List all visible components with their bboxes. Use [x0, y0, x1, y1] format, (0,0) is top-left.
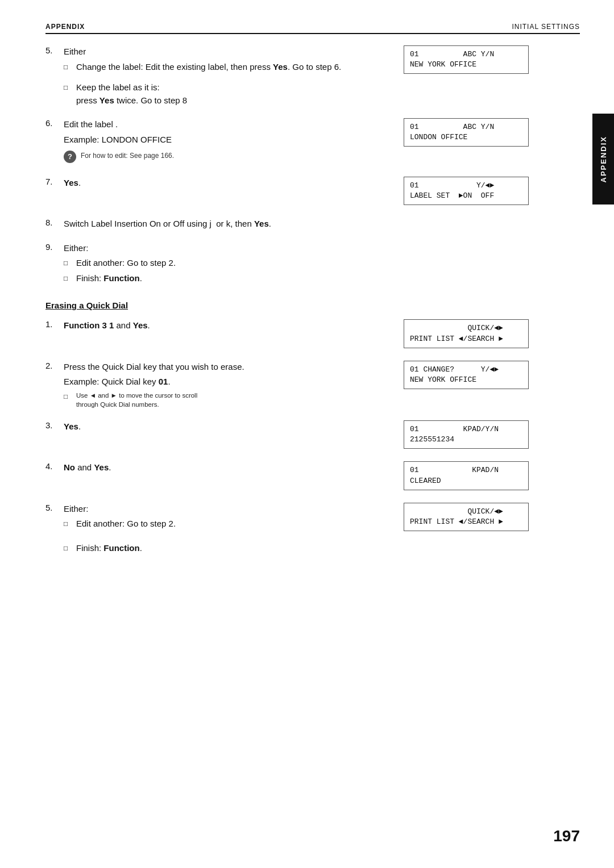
step-6-screen-area: 01 ABC Y/N LONDON OFFICE: [404, 118, 551, 150]
step-7-text: Yes.: [64, 177, 392, 190]
step-content-7: Yes.: [64, 177, 392, 192]
step-7-screen-area: 01 Y/◄► LABEL SET ►ON OFF: [404, 177, 551, 208]
step-8-text: Switch Label Insertion On or Off using j…: [64, 218, 392, 231]
step-content-9: Either: □ Edit another: Go to step 2. □ …: [64, 242, 392, 287]
p2-step-1-screen-area: QUICK/◄► PRINT LIST ◄/SEARCH ►: [404, 319, 551, 351]
step-number-7: 7.: [45, 177, 64, 186]
lcd-line2: PRINT LIST ◄/SEARCH ►: [410, 334, 522, 344]
lcd-line1: 01 ABC Y/N: [410, 122, 522, 132]
step-number-5: 5.: [45, 45, 64, 55]
lcd-line1: 01 ABC Y/N: [410, 49, 522, 60]
step-5-option1: □ Change the label: Edit the existing la…: [64, 61, 392, 74]
step-9-option1-text: Edit another: Go to step 2.: [76, 257, 176, 270]
step-number-8: 8.: [45, 218, 64, 227]
p2-step-5: 5. Either: □ Edit another: Go to step 2.…: [45, 503, 551, 557]
p2-step-number-5: 5.: [45, 503, 64, 512]
sidebar-label: APPENDIX: [599, 136, 608, 182]
step-7: 7. Yes. 01 Y/◄► LABEL SET ►ON OFF: [45, 177, 551, 208]
p2-step-4-text: No and Yes.: [64, 461, 392, 474]
lcd-line1: 01 CHANGE? Y/◄►: [410, 365, 522, 375]
step-9: 9. Either: □ Edit another: Go to step 2.…: [45, 242, 551, 287]
header-left: APPENDIX: [45, 23, 85, 31]
info-text-6: For how to edit: See page 166.: [81, 151, 174, 161]
step-5: 5. Either □ Change the label: Edit the e…: [45, 45, 551, 109]
checkbox-icon-p2-2: □: [64, 392, 74, 402]
header-right: INITIAL SETTINGS: [512, 23, 580, 31]
p2-step-content-1: Function 3 1 and Yes.: [64, 319, 392, 335]
p2-step-5-option2: □ Finish: Function.: [64, 542, 392, 555]
step-content-5: Either □ Change the label: Edit the exis…: [64, 45, 392, 109]
checkbox-icon-p2-5a: □: [64, 519, 74, 529]
checkbox-icon-9a: □: [64, 258, 74, 268]
page: APPENDIX INITIAL SETTINGS APPENDIX 5. Ei…: [0, 0, 614, 868]
lcd-line2: NEW YORK OFFICE: [410, 60, 522, 70]
lcd-step6: 01 ABC Y/N LONDON OFFICE: [404, 118, 529, 147]
step-6-line1: Edit the label .: [64, 118, 392, 131]
lcd-line2: NEW YORK OFFICE: [410, 375, 522, 385]
step-9-either: Either:: [64, 242, 392, 255]
step-5-option1-text: Change the label: Edit the existing labe…: [76, 61, 341, 74]
p2-step-content-3: Yes.: [64, 420, 392, 436]
step-5-option2-text: Keep the label as it is:press Yes twice.…: [76, 81, 187, 107]
lcd-line1: QUICK/◄►: [410, 507, 522, 517]
sidebar-tab: APPENDIX: [592, 114, 614, 205]
p2-step-3-screen-area: 01 KPAD/Y/N 2125551234: [404, 420, 551, 452]
p2-step-4: 4. No and Yes. 01 KPAD/N CLEARED: [45, 461, 551, 493]
step-number-9: 9.: [45, 242, 64, 252]
p2-step-5-either: Either:: [64, 503, 392, 516]
step-content-6: Edit the label . Example: LONDON OFFICE …: [64, 118, 392, 168]
section-heading: Erasing a Quick Dial: [45, 301, 551, 310]
p2-step-5-option1-text: Edit another: Go to step 2.: [76, 518, 176, 531]
main-content: 5. Either □ Change the label: Edit the e…: [45, 45, 580, 557]
step-8: 8. Switch Label Insertion On or Off usin…: [45, 218, 551, 233]
lcd-p2-step3: 01 KPAD/Y/N 2125551234: [404, 420, 529, 449]
p2-step-2-note-text: Use ◄ and ► to move the cursor to scroll…: [76, 391, 197, 409]
lcd-step5: 01 ABC Y/N NEW YORK OFFICE: [404, 45, 529, 74]
lcd-p2-step4: 01 KPAD/N CLEARED: [404, 461, 529, 490]
checkbox-icon: □: [64, 62, 74, 72]
lcd-line2: LABEL SET ►ON OFF: [410, 191, 522, 201]
p2-step-2-line1: Press the Quick Dial key that you wish t…: [64, 361, 392, 374]
p2-step-number-1: 1.: [45, 319, 64, 329]
p2-step-4-screen-area: 01 KPAD/N CLEARED: [404, 461, 551, 493]
lcd-p2-step2: 01 CHANGE? Y/◄► NEW YORK OFFICE: [404, 361, 529, 389]
lcd-line1: 01 Y/◄►: [410, 181, 522, 191]
step-5-option2: □ Keep the label as it is:press Yes twic…: [64, 81, 392, 107]
info-icon: ?: [64, 151, 76, 163]
p2-step-number-2: 2.: [45, 361, 64, 370]
p2-step-number-4: 4.: [45, 461, 64, 471]
lcd-line1: 01 KPAD/N: [410, 465, 522, 475]
page-number: 197: [553, 827, 580, 845]
step-content-8: Switch Label Insertion On or Off using j…: [64, 218, 392, 233]
lcd-line2: CLEARED: [410, 476, 522, 486]
info-bubble-6: ? For how to edit: See page 166.: [64, 151, 392, 163]
p2-step-content-4: No and Yes.: [64, 461, 392, 477]
p2-step-3-text: Yes.: [64, 420, 392, 433]
step-6-line2: Example: LONDON OFFICE: [64, 133, 392, 147]
step-9-option2-text: Finish: Function.: [76, 272, 142, 285]
p2-step-1-text: Function 3 1 and Yes.: [64, 319, 392, 332]
p2-step-content-5: Either: □ Edit another: Go to step 2. □ …: [64, 503, 392, 557]
checkbox-icon-2: □: [64, 82, 74, 93]
step-5-either: Either: [64, 45, 392, 59]
p2-step-2-line2: Example: Quick Dial key 01.: [64, 375, 392, 389]
p2-step-1: 1. Function 3 1 and Yes. QUICK/◄► PRINT …: [45, 319, 551, 351]
p2-step-5-option1: □ Edit another: Go to step 2.: [64, 518, 392, 531]
p2-step-2-note: □ Use ◄ and ► to move the cursor to scro…: [64, 391, 392, 409]
p2-step-3: 3. Yes. 01 KPAD/Y/N 2125551234: [45, 420, 551, 452]
lcd-line2: LONDON OFFICE: [410, 132, 522, 143]
step-6: 6. Edit the label . Example: LONDON OFFI…: [45, 118, 551, 168]
page-header: APPENDIX INITIAL SETTINGS: [45, 23, 580, 34]
lcd-line2: 2125551234: [410, 435, 522, 445]
lcd-line2: PRINT LIST ◄/SEARCH ►: [410, 517, 522, 527]
lcd-step7: 01 Y/◄► LABEL SET ►ON OFF: [404, 177, 529, 205]
step-5-screen-area: 01 ABC Y/N NEW YORK OFFICE: [404, 45, 551, 77]
checkbox-icon-9b: □: [64, 273, 74, 283]
step-number-6: 6.: [45, 118, 64, 128]
p2-step-5-option2-text: Finish: Function.: [76, 542, 142, 555]
lcd-line1: 01 KPAD/Y/N: [410, 424, 522, 435]
p2-step-5-screen-area: QUICK/◄► PRINT LIST ◄/SEARCH ►: [404, 503, 551, 535]
p2-step-2: 2. Press the Quick Dial key that you wis…: [45, 361, 551, 411]
lcd-p2-step5: QUICK/◄► PRINT LIST ◄/SEARCH ►: [404, 503, 529, 531]
lcd-p2-step1: QUICK/◄► PRINT LIST ◄/SEARCH ►: [404, 319, 529, 348]
